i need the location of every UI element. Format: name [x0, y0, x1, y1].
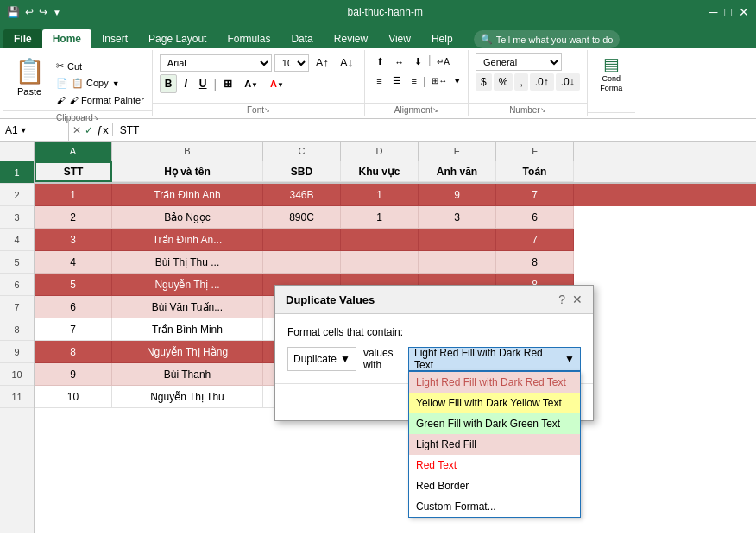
row-num-11[interactable]: 11	[0, 386, 34, 408]
tell-me[interactable]: 🔍 Tell me what you want to do	[474, 30, 621, 48]
tab-review[interactable]: Review	[324, 29, 378, 48]
more-icon[interactable]: ▼	[53, 8, 61, 17]
dialog-close-btn[interactable]: ✕	[572, 293, 583, 306]
align-middle-btn[interactable]: ↔	[390, 54, 408, 70]
cell-b6[interactable]: Nguyễn Thị ...	[112, 274, 263, 296]
cell-c1[interactable]: SBD	[263, 161, 341, 182]
underline-button[interactable]: U	[194, 74, 212, 93]
decrease-decimal-btn[interactable]: .0↓	[556, 73, 580, 91]
format-dropdown-btn[interactable]: Light Red Fill with Dark Red Text ▼	[408, 347, 581, 371]
cut-button[interactable]: ✂ Cut	[54, 59, 147, 73]
cell-f3[interactable]: 6	[496, 206, 574, 229]
cell-a10[interactable]: 9	[35, 363, 112, 386]
row-num-10[interactable]: 10	[0, 363, 34, 386]
cell-c3[interactable]: 890C	[263, 206, 341, 229]
confirm-formula-btn[interactable]: ✓	[85, 124, 93, 136]
comma-btn[interactable]: ,	[514, 73, 527, 91]
merge-dropdown[interactable]: ▼	[453, 77, 461, 85]
clipboard-expander[interactable]: ↘	[93, 114, 99, 122]
tab-page-layout[interactable]: Page Layout	[138, 29, 217, 48]
col-header-d[interactable]: D	[341, 142, 419, 160]
tab-formulas[interactable]: Formulas	[217, 29, 280, 48]
font-expander[interactable]: ↘	[264, 106, 270, 114]
format-painter-button[interactable]: 🖌 🖌 Format Painter	[54, 93, 147, 107]
cell-e3[interactable]: 3	[419, 206, 496, 229]
cell-e5[interactable]	[419, 251, 496, 274]
cell-d1[interactable]: Khu vực	[341, 161, 419, 182]
font-name-select[interactable]: Arial	[160, 54, 272, 72]
format-option-7[interactable]: Custom Format...	[409, 496, 580, 517]
cell-a11[interactable]: 10	[35, 386, 112, 408]
cell-a7[interactable]: 6	[35, 296, 112, 318]
cond-format-btn[interactable]: ▤ CondForma	[600, 54, 622, 93]
cell-b1[interactable]: Họ và tên	[112, 161, 263, 182]
cell-a6[interactable]: 5	[35, 274, 112, 296]
minimize-btn[interactable]: ─	[709, 5, 718, 19]
bold-button[interactable]: B	[160, 74, 178, 93]
tab-file[interactable]: File	[3, 29, 42, 48]
fill-color-button[interactable]: A▼	[239, 75, 263, 92]
font-increase-btn[interactable]: A↑	[312, 54, 333, 72]
cell-b11[interactable]: Nguyễn Thị Thu	[112, 386, 263, 408]
cell-e2[interactable]: 9	[419, 184, 496, 206]
paste-button[interactable]: 📋 Paste	[9, 54, 50, 98]
row-num-3[interactable]: 3	[0, 206, 34, 229]
cell-b7[interactable]: Bùi Văn Tuấn...	[112, 296, 263, 318]
cond-format-group[interactable]: ▤ CondForma	[588, 50, 635, 116]
col-header-a[interactable]: A	[35, 142, 112, 160]
cell-f1[interactable]: Toán	[496, 161, 574, 182]
copy-dropdown[interactable]: ▼	[112, 79, 120, 88]
cell-b2[interactable]: Trần Đình Anh	[112, 184, 263, 206]
name-box-dropdown[interactable]: ▼	[20, 126, 28, 135]
tab-view[interactable]: View	[378, 29, 421, 48]
percent-btn[interactable]: %	[494, 73, 513, 91]
tab-data[interactable]: Data	[280, 29, 323, 48]
cell-d4[interactable]	[341, 229, 419, 251]
name-box[interactable]: A1 ▼	[0, 119, 69, 141]
align-center-btn[interactable]: ☰	[388, 72, 406, 89]
cell-b5[interactable]: Bùi Thị Thu ...	[112, 251, 263, 274]
row-num-9[interactable]: 9	[0, 341, 34, 363]
cell-c4[interactable]	[263, 229, 341, 251]
number-expander[interactable]: ↘	[540, 106, 546, 114]
tab-home[interactable]: Home	[42, 29, 91, 48]
insert-function-btn[interactable]: ƒx	[97, 123, 109, 136]
format-option-5[interactable]: Red Text	[409, 455, 580, 475]
row-num-2[interactable]: 2	[0, 184, 34, 206]
formula-input[interactable]	[113, 124, 756, 136]
copy-button[interactable]: 📄 📋 Copy ▼	[54, 76, 147, 91]
save-icon[interactable]: 💾	[7, 6, 20, 18]
close-btn[interactable]: ✕	[739, 5, 749, 19]
increase-decimal-btn[interactable]: .0↑	[530, 73, 554, 91]
window-controls[interactable]: ─ □ ✕	[709, 5, 749, 19]
cancel-formula-btn[interactable]: ✕	[72, 124, 81, 136]
cell-a2[interactable]: 1	[35, 184, 112, 206]
col-header-b[interactable]: B	[112, 142, 263, 160]
currency-btn[interactable]: $	[476, 73, 492, 91]
font-size-select[interactable]: 10	[274, 54, 309, 72]
duplicate-type-select[interactable]: Duplicate ▼	[287, 347, 356, 371]
align-right-btn[interactable]: ≡	[407, 73, 421, 89]
row-num-1[interactable]: 1	[0, 161, 34, 184]
cell-b10[interactable]: Bùi Thanh	[112, 363, 263, 386]
align-top-btn[interactable]: ⬆	[372, 54, 388, 70]
align-bottom-btn[interactable]: ⬇	[410, 54, 426, 70]
font-decrease-btn[interactable]: A↓	[336, 54, 357, 72]
col-header-f[interactable]: F	[496, 142, 574, 160]
alignment-expander[interactable]: ↘	[432, 106, 438, 114]
cell-d2[interactable]: 1	[341, 184, 419, 206]
cell-d5[interactable]	[341, 251, 419, 274]
cell-c5[interactable]	[263, 251, 341, 274]
border-button[interactable]: ⊞	[218, 74, 237, 93]
cell-b8[interactable]: Trần Bình Minh	[112, 318, 263, 341]
cell-d3[interactable]: 1	[341, 206, 419, 229]
dialog-help-btn[interactable]: ?	[558, 293, 565, 306]
tab-help[interactable]: Help	[421, 29, 463, 48]
cell-a3[interactable]: 2	[35, 206, 112, 229]
tab-insert[interactable]: Insert	[91, 29, 138, 48]
format-option-2[interactable]: Yellow Fill with Dark Yellow Text	[409, 393, 580, 413]
align-left-btn[interactable]: ≡	[372, 73, 386, 89]
row-num-6[interactable]: 6	[0, 274, 34, 296]
format-option-3[interactable]: Green Fill with Dark Green Text	[409, 413, 580, 434]
row-num-4[interactable]: 4	[0, 229, 34, 251]
